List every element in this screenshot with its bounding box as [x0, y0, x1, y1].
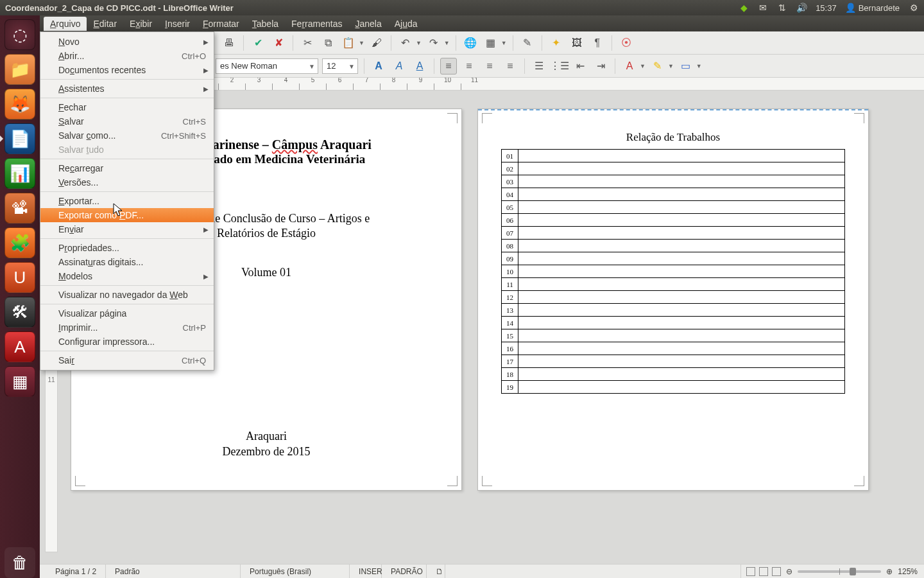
status-selection[interactable]: PADRÃO — [382, 565, 427, 578]
file-menu-item[interactable]: Propriedades... — [40, 241, 214, 255]
zoom-in-icon[interactable]: ⊕ — [886, 567, 893, 576]
update-shield-icon[interactable]: ◆ — [739, 3, 749, 13]
table-row[interactable]: 10 — [502, 265, 845, 278]
file-menu-item[interactable]: Exportar como PDF... — [40, 208, 214, 222]
decrease-indent-icon[interactable]: ⇤ — [572, 58, 588, 74]
file-menu-item[interactable]: Salvar como...Ctrl+Shift+S — [40, 128, 214, 143]
network-icon[interactable]: ⇅ — [777, 3, 787, 13]
cut-icon[interactable]: ✂ — [299, 35, 316, 51]
spellcheck-icon[interactable]: ✔ — [250, 35, 266, 51]
relacao-table[interactable]: 01020304050607080910111213141516171819 — [501, 149, 845, 394]
status-doc-modified-icon[interactable]: 🗋 — [427, 565, 445, 578]
underline-icon[interactable]: A — [411, 58, 428, 74]
clock[interactable]: 15:37 — [816, 3, 837, 13]
table-row[interactable]: 16 — [502, 342, 845, 355]
menu-inserir[interactable]: Inserir — [158, 17, 196, 31]
libreoffice-writer-icon[interactable]: 📄 — [4, 123, 35, 154]
show-draw-functions-icon[interactable]: ✎ — [519, 35, 536, 51]
menu-exibir[interactable]: Exibir — [123, 17, 158, 31]
table-row[interactable]: 07 — [502, 227, 845, 240]
table-row[interactable]: 12 — [502, 291, 845, 304]
libreoffice-calc-icon[interactable]: 📊 — [4, 158, 35, 189]
gallery-icon[interactable]: 🖼 — [569, 35, 585, 51]
menu-editar[interactable]: Editar — [87, 17, 123, 31]
table-row[interactable]: 03 — [502, 175, 845, 188]
table-row[interactable]: 19 — [502, 381, 845, 394]
status-style[interactable]: Padrão — [106, 565, 241, 578]
view-book-icon[interactable] — [772, 567, 781, 576]
file-menu-item[interactable]: Documentos recentes▶ — [40, 63, 214, 77]
paste-icon[interactable]: 📋 — [340, 35, 357, 51]
numbered-list-icon[interactable]: ☰ — [531, 58, 547, 74]
zoom-slider[interactable] — [798, 570, 881, 573]
file-menu-item[interactable]: Novo▶ — [40, 35, 214, 49]
increase-indent-icon[interactable]: ⇥ — [592, 58, 609, 74]
menu-ajuda[interactable]: Ajuda — [388, 17, 424, 31]
table-row[interactable]: 06 — [502, 214, 845, 227]
view-mode-icons[interactable] — [741, 567, 786, 576]
auto-spellcheck-icon[interactable]: ✘ — [270, 35, 287, 51]
align-left-icon[interactable]: ≡ — [440, 58, 457, 74]
italic-icon[interactable]: A — [391, 58, 407, 74]
table-row[interactable]: 01 — [502, 150, 845, 162]
view-multi-icon[interactable] — [759, 567, 768, 576]
bold-icon[interactable]: A — [370, 58, 387, 74]
view-single-icon[interactable] — [746, 567, 755, 576]
ubuntu-one-icon[interactable]: U — [4, 262, 35, 293]
file-menu-item[interactable]: Enviar▶ — [40, 222, 214, 236]
trash-icon[interactable]: 🗑 — [4, 547, 35, 578]
table-row[interactable]: 04 — [502, 188, 845, 201]
files-icon[interactable]: 📁 — [4, 54, 35, 85]
user-menu[interactable]: 👤 Bernardete — [846, 3, 900, 13]
settings-gear-icon[interactable]: ⚙ — [909, 3, 919, 13]
menu-ferramentas[interactable]: Ferramentas — [285, 17, 348, 31]
table-row[interactable]: 18 — [502, 368, 845, 381]
highlight-color-icon[interactable]: ✎ — [649, 58, 666, 74]
zoom-value[interactable]: 125% — [893, 567, 918, 576]
file-menu-item[interactable]: Versões... — [40, 175, 214, 189]
table-row[interactable]: 15 — [502, 329, 845, 342]
volume-icon[interactable]: 🔊 — [796, 3, 807, 13]
workspace-switcher-icon[interactable]: ▦ — [4, 366, 35, 397]
navigator-star-icon[interactable]: ✦ — [548, 35, 565, 51]
file-menu-item[interactable]: Assinaturas digitais... — [40, 255, 214, 269]
file-menu-item[interactable]: Exportar... — [40, 194, 214, 208]
file-menu-item[interactable]: Visualizar página — [40, 306, 214, 320]
dash-home-icon[interactable]: ◌ — [4, 19, 35, 50]
align-right-icon[interactable]: ≡ — [481, 58, 498, 74]
table-row[interactable]: 05 — [502, 201, 845, 214]
file-menu-item[interactable]: SairCtrl+Q — [40, 353, 214, 367]
libreoffice-impress-icon[interactable]: 📽 — [4, 193, 35, 223]
zoom-out-icon[interactable]: ⊖ — [786, 567, 792, 576]
nonprinting-chars-icon[interactable]: ¶ — [589, 35, 606, 51]
mail-icon[interactable]: ✉ — [758, 3, 768, 13]
table-row[interactable]: 13 — [502, 304, 845, 317]
table-row[interactable]: 17 — [502, 355, 845, 368]
file-menu-item[interactable]: Imprimir...Ctrl+P — [40, 320, 214, 335]
menu-arquivo[interactable]: Arquivo — [44, 17, 87, 31]
firefox-icon[interactable]: 🦊 — [4, 89, 35, 119]
file-menu-item[interactable]: Visualizar no navegador da Web — [40, 288, 214, 302]
table-row[interactable]: 11 — [502, 278, 845, 291]
page-2[interactable]: Relação de Trabalhos 0102030405060708091… — [477, 109, 869, 491]
undo-icon[interactable]: ↶ — [397, 35, 414, 51]
status-insert[interactable]: INSER — [350, 565, 382, 578]
copy-icon[interactable]: ⧉ — [320, 35, 336, 51]
help-icon[interactable]: ⦿ — [618, 35, 635, 51]
table-row[interactable]: 08 — [502, 240, 845, 252]
align-justify-icon[interactable]: ≡ — [502, 58, 518, 74]
table-row[interactable]: 02 — [502, 162, 845, 175]
file-menu-item[interactable]: SalvarCtrl+S — [40, 114, 214, 128]
file-menu-item[interactable]: Assistentes▶ — [40, 82, 214, 96]
font-color-icon[interactable]: A — [621, 58, 638, 74]
font-size-combo[interactable]: 12 ▼ — [322, 58, 358, 74]
hyperlink-icon[interactable]: 🌐 — [462, 35, 479, 51]
menu-tabela[interactable]: Tabela — [246, 17, 285, 31]
menu-formatar[interactable]: Formatar — [196, 17, 246, 31]
redo-icon[interactable]: ↷ — [425, 35, 442, 51]
align-center-icon[interactable]: ≡ — [461, 58, 477, 74]
file-menu-item[interactable]: Fechar — [40, 100, 214, 114]
font-name-combo[interactable]: es New Roman ▼ — [216, 58, 318, 74]
bullet-list-icon[interactable]: ⋮☰ — [551, 58, 568, 74]
background-color-icon[interactable]: ▭ — [678, 58, 694, 74]
